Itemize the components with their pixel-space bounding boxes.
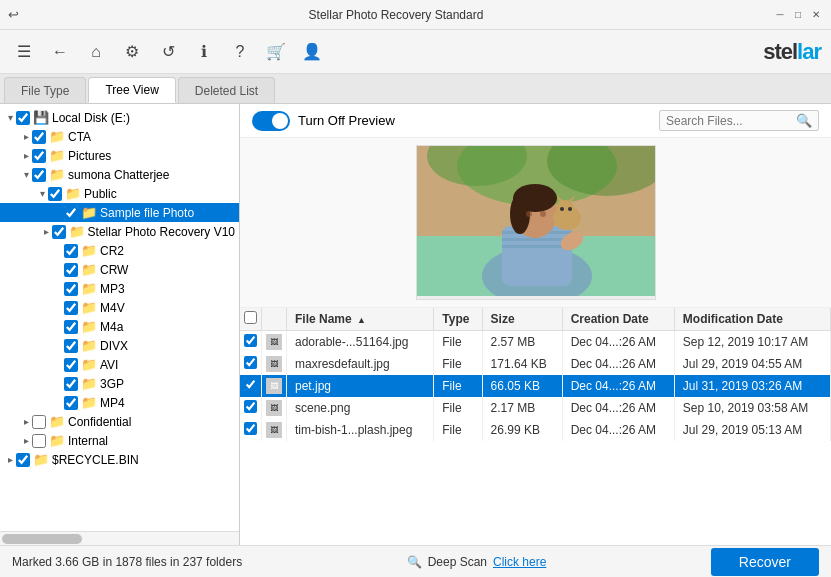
tree-checkbox-mp4[interactable]: [64, 396, 78, 410]
tree-checkbox-internal[interactable]: [32, 434, 46, 448]
home-icon[interactable]: ⌂: [82, 38, 110, 66]
search-icon[interactable]: 🔍: [796, 113, 812, 128]
tree-item-confidential[interactable]: ▸📁Confidential: [0, 412, 239, 431]
thumbnail: 🖼: [266, 400, 282, 416]
tree-item-internal[interactable]: ▸📁Internal: [0, 431, 239, 450]
tree-arrow-internal[interactable]: ▸: [20, 435, 32, 446]
back-icon[interactable]: ↩: [8, 7, 19, 22]
toggle-switch[interactable]: Turn Off Preview: [252, 111, 395, 131]
minimize-button[interactable]: ─: [773, 8, 787, 22]
tree-item-public[interactable]: ▾📁Public: [0, 184, 239, 203]
horizontal-scrollbar[interactable]: [0, 531, 239, 545]
tree-checkbox-mp3[interactable]: [64, 282, 78, 296]
tree-item-pictures[interactable]: ▸📁Pictures: [0, 146, 239, 165]
tree-arrow-recycle[interactable]: ▸: [4, 454, 16, 465]
header-checkbox[interactable]: [240, 308, 262, 331]
deep-scan-link[interactable]: Click here: [493, 555, 546, 569]
tab-deleted-list[interactable]: Deleted List: [178, 77, 275, 103]
row-size: 26.99 KB: [482, 419, 562, 441]
file-checkbox[interactable]: [244, 334, 257, 347]
table-row[interactable]: 🖼 scene.png File 2.17 MB Dec 04...:26 AM…: [240, 397, 831, 419]
tree-checkbox-local-disk[interactable]: [16, 111, 30, 125]
header-type[interactable]: Type: [434, 308, 482, 331]
folder-icon-sumona: 📁: [49, 167, 65, 182]
tree-item-stellar-v10[interactable]: ▸📁Stellar Photo Recovery V10: [0, 222, 239, 241]
tree-arrow-cta[interactable]: ▸: [20, 131, 32, 142]
tree-checkbox-crw[interactable]: [64, 263, 78, 277]
tree-checkbox-cta[interactable]: [32, 130, 46, 144]
cart-icon[interactable]: 🛒: [262, 38, 290, 66]
file-checkbox[interactable]: [244, 356, 257, 369]
tree-item-mp3[interactable]: ▸📁MP3: [0, 279, 239, 298]
back-nav-icon[interactable]: ←: [46, 38, 74, 66]
tree-item-crw[interactable]: ▸📁CRW: [0, 260, 239, 279]
tree-item-3gp[interactable]: ▸📁3GP: [0, 374, 239, 393]
tree-item-cta[interactable]: ▸📁CTA: [0, 127, 239, 146]
info-icon[interactable]: ℹ: [190, 38, 218, 66]
tree-arrow-stellar-v10[interactable]: ▸: [42, 226, 52, 237]
table-row[interactable]: 🖼 maxresdefault.jpg File 171.64 KB Dec 0…: [240, 353, 831, 375]
tree-item-cr2[interactable]: ▸📁CR2: [0, 241, 239, 260]
tree-checkbox-avi[interactable]: [64, 358, 78, 372]
search-box[interactable]: 🔍: [659, 110, 819, 131]
tree-checkbox-m4a[interactable]: [64, 320, 78, 334]
maximize-button[interactable]: □: [791, 8, 805, 22]
tree-item-recycle[interactable]: ▸📁$RECYCLE.BIN: [0, 450, 239, 469]
tree-checkbox-3gp[interactable]: [64, 377, 78, 391]
tree-item-m4v[interactable]: ▸📁M4V: [0, 298, 239, 317]
tree-arrow-pictures[interactable]: ▸: [20, 150, 32, 161]
tree-item-avi[interactable]: ▸📁AVI: [0, 355, 239, 374]
scrollbar-thumb[interactable]: [2, 534, 82, 544]
tree-item-m4a[interactable]: ▸📁M4a: [0, 317, 239, 336]
search-input[interactable]: [666, 114, 796, 128]
refresh-icon[interactable]: ↺: [154, 38, 182, 66]
user-icon[interactable]: 👤: [298, 38, 326, 66]
row-cb[interactable]: [240, 353, 262, 375]
tree-checkbox-public[interactable]: [48, 187, 62, 201]
tree-checkbox-stellar-v10[interactable]: [52, 225, 66, 239]
table-row[interactable]: 🖼 tim-bish-1...plash.jpeg File 26.99 KB …: [240, 419, 831, 441]
file-checkbox[interactable]: [244, 400, 257, 413]
file-checkbox[interactable]: [244, 378, 257, 391]
header-filename[interactable]: File Name ▲: [287, 308, 434, 331]
help-icon[interactable]: ?: [226, 38, 254, 66]
tree-checkbox-pictures[interactable]: [32, 149, 46, 163]
tab-tree-view[interactable]: Tree View: [88, 77, 175, 103]
tree-item-divx[interactable]: ▸📁DIVX: [0, 336, 239, 355]
row-cb[interactable]: [240, 331, 262, 354]
tree-checkbox-sample[interactable]: [64, 206, 78, 220]
tree-item-local-disk[interactable]: ▾💾Local Disk (E:): [0, 108, 239, 127]
tree-checkbox-confidential[interactable]: [32, 415, 46, 429]
tree-item-sumona[interactable]: ▾📁sumona Chatterjee: [0, 165, 239, 184]
close-button[interactable]: ✕: [809, 8, 823, 22]
recover-button[interactable]: Recover: [711, 548, 819, 576]
row-cb[interactable]: [240, 419, 262, 441]
tree-item-sample[interactable]: ▸📁Sample file Photo: [0, 203, 239, 222]
tree-checkbox-recycle[interactable]: [16, 453, 30, 467]
tree-checkbox-divx[interactable]: [64, 339, 78, 353]
toggle-bg[interactable]: [252, 111, 290, 131]
table-row[interactable]: 🖼 adorable-...51164.jpg File 2.57 MB Dec…: [240, 331, 831, 354]
tree-checkbox-cr2[interactable]: [64, 244, 78, 258]
menu-icon[interactable]: ☰: [10, 38, 38, 66]
tree-label-3gp: 3GP: [100, 377, 124, 391]
header-modification[interactable]: Modification Date: [674, 308, 830, 331]
tree-arrow-public[interactable]: ▾: [36, 188, 48, 199]
tree-checkbox-m4v[interactable]: [64, 301, 78, 315]
tree-arrow-sumona[interactable]: ▾: [20, 169, 32, 180]
select-all-checkbox[interactable]: [244, 311, 257, 324]
row-cb[interactable]: [240, 375, 262, 397]
header-creation[interactable]: Creation Date: [562, 308, 674, 331]
header-size[interactable]: Size: [482, 308, 562, 331]
tree-arrow-local-disk[interactable]: ▾: [4, 112, 16, 123]
file-checkbox[interactable]: [244, 422, 257, 435]
tree-arrow-confidential[interactable]: ▸: [20, 416, 32, 427]
tree-checkbox-sumona[interactable]: [32, 168, 46, 182]
table-row[interactable]: 🖼 pet.jpg File 66.05 KB Dec 04...:26 AM …: [240, 375, 831, 397]
tree-item-mp4[interactable]: ▸📁MP4: [0, 393, 239, 412]
thumbnail: 🖼: [266, 356, 282, 372]
tree-label-stellar-v10: Stellar Photo Recovery V10: [88, 225, 235, 239]
row-cb[interactable]: [240, 397, 262, 419]
settings-icon[interactable]: ⚙: [118, 38, 146, 66]
tab-file-type[interactable]: File Type: [4, 77, 86, 103]
